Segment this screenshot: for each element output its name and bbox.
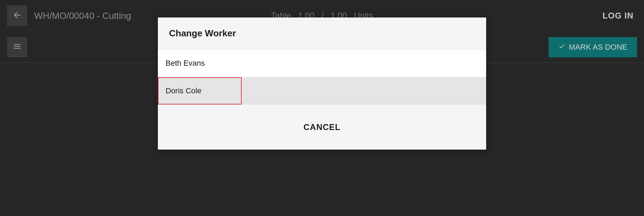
modal-overlay: Change Worker Beth Evans Doris Cole CANC… (0, 0, 644, 216)
modal-title: Change Worker (169, 28, 475, 39)
modal-header: Change Worker (158, 17, 486, 50)
worker-item[interactable]: Beth Evans (158, 50, 486, 77)
cancel-button[interactable]: CANCEL (303, 122, 341, 132)
worker-name: Doris Cole (166, 86, 202, 95)
worker-item[interactable]: Doris Cole (158, 77, 486, 105)
change-worker-modal: Change Worker Beth Evans Doris Cole CANC… (158, 17, 486, 150)
modal-footer: CANCEL (158, 105, 486, 150)
worker-name: Beth Evans (166, 59, 205, 67)
modal-body: Beth Evans Doris Cole (158, 50, 486, 105)
